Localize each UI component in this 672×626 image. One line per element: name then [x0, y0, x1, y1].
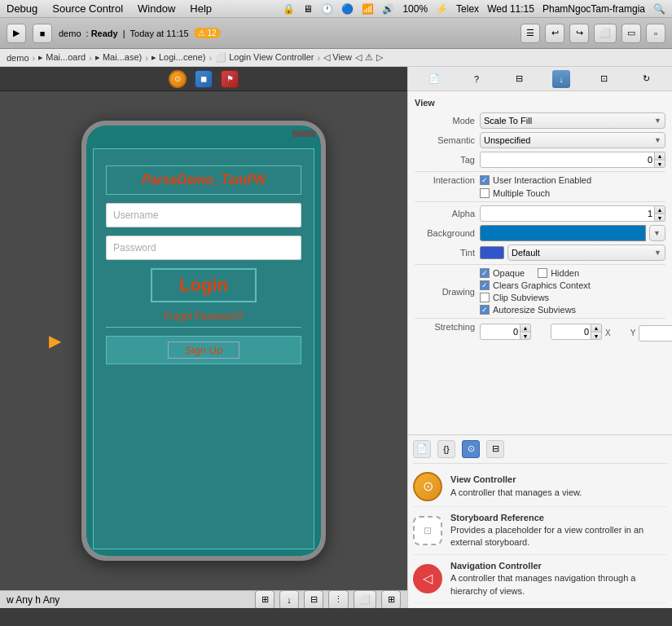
component-tab-circle[interactable]: ⊙: [462, 440, 480, 458]
menu-help[interactable]: Help: [190, 2, 212, 15]
stretch-y-up[interactable]: ▲: [591, 324, 601, 332]
lock-icon: 🔒: [283, 3, 295, 15]
inspector-tab-size[interactable]: ⊡: [595, 70, 613, 88]
layout-btn-3[interactable]: ↪: [569, 24, 589, 43]
background-color-swatch[interactable]: [480, 225, 646, 241]
breadcrumb-item2[interactable]: ▸ Mai...ase): [95, 52, 142, 63]
stretch-y-stepper[interactable]: ▲ ▼: [591, 324, 602, 340]
vc-icon-toolbar: ⊙: [169, 70, 187, 88]
sb-component-desc: Provides a placeholder for a view contro…: [450, 524, 667, 549]
user-interaction-checkbox[interactable]: ✓: [480, 175, 490, 185]
tint-color-swatch[interactable]: [480, 246, 504, 259]
username-field[interactable]: Username: [106, 203, 301, 227]
status-separator: |: [123, 29, 125, 38]
layout-btn-1[interactable]: ☰: [520, 24, 540, 43]
pin-btn[interactable]: ⋮: [328, 590, 349, 609]
background-dropdown-arrow: ▼: [653, 229, 661, 237]
inspector-tab-id[interactable]: ⊟: [510, 70, 528, 88]
phone-container: ▶ ParseDemo_TamPN Username Passwo: [0, 91, 407, 590]
background-dropdown-btn[interactable]: ▼: [649, 225, 665, 241]
vc-component-desc: A controller that manages a view.: [450, 487, 582, 499]
inspector-tab-attributes[interactable]: ↓: [552, 70, 570, 88]
tag-stepper-down[interactable]: ▼: [655, 160, 665, 167]
mode-dropdown[interactable]: Scale To Fill ▼: [480, 112, 665, 129]
breadcrumb-login-vc[interactable]: ⬜ Login View Controller: [215, 52, 314, 63]
component-tab-grid[interactable]: ⊟: [486, 440, 504, 458]
menu-source-control[interactable]: Source Control: [52, 2, 123, 15]
menu-debug[interactable]: Debug: [7, 2, 37, 15]
w-field-group: 1 ▲ ▼: [639, 325, 672, 342]
component-item-nav: ◁ Navigation Controller A controller tha…: [413, 555, 667, 603]
zoom-btn[interactable]: ⊞: [381, 590, 401, 609]
component-tab-code[interactable]: {}: [437, 440, 455, 458]
alpha-field[interactable]: 1: [480, 205, 655, 222]
clip-subviews-label: Clip Subviews: [493, 293, 549, 302]
breadcrumb-item1[interactable]: ▸ Mai...oard: [38, 52, 86, 63]
password-field[interactable]: Password: [106, 236, 301, 260]
stretch-x-stepper[interactable]: ▲ ▼: [520, 324, 531, 340]
search-icon[interactable]: 🔍: [653, 3, 665, 15]
breadcrumb-view[interactable]: ◁ View: [323, 52, 352, 63]
divider-1: [415, 171, 665, 172]
stop-button[interactable]: ■: [33, 24, 52, 43]
layout-assistant[interactable]: ▫: [646, 24, 665, 43]
inspector-tab-file[interactable]: 📄: [425, 70, 443, 88]
background-control: ▼: [480, 225, 665, 241]
alpha-stepper[interactable]: ▲ ▼: [655, 205, 665, 222]
semantic-dropdown[interactable]: Unspecified ▼: [480, 132, 665, 148]
update-btn[interactable]: ↓: [279, 590, 299, 609]
clip-subviews-checkbox[interactable]: [480, 293, 490, 302]
multi-touch-control: Multiple Touch: [480, 188, 665, 198]
y-axis-label: Y: [630, 328, 636, 337]
stretch-w-field[interactable]: 1: [639, 325, 672, 342]
login-button[interactable]: Login: [151, 268, 257, 302]
multi-touch-checkbox-row: Multiple Touch: [480, 188, 550, 198]
semantic-dropdown-arrow: ▼: [654, 136, 661, 144]
auto-btn[interactable]: ⬜: [354, 590, 376, 609]
run-button[interactable]: ▶: [7, 24, 26, 43]
breadcrumb-demo[interactable]: demo: [7, 53, 29, 63]
stretch-x-up[interactable]: ▲: [520, 324, 530, 332]
inspector-tab-help[interactable]: ?: [468, 70, 485, 88]
hidden-checkbox[interactable]: [538, 268, 547, 278]
warning-badge[interactable]: ⚠ 12: [194, 28, 221, 38]
breadcrumb-arrow-left[interactable]: ◁: [355, 52, 362, 63]
stretch-x-field[interactable]: 0: [480, 324, 520, 340]
stretch-y-down[interactable]: ▼: [591, 332, 601, 339]
layout-editor[interactable]: ⬜: [594, 24, 617, 43]
signup-button[interactable]: Sign Up: [168, 342, 239, 359]
breadcrumb: demo › ▸ Mai...oard › ▸ Mai...ase) › ▸ L…: [0, 49, 672, 67]
tint-dropdown[interactable]: Default ▼: [507, 245, 665, 261]
main-area: ⊙ ◼ ⚑ ▶ ParseDemo_TamPN Username: [0, 67, 672, 608]
drawing-label: Drawing: [415, 287, 480, 297]
tag-stepper[interactable]: ▲ ▼: [655, 152, 665, 168]
stretch-y-field[interactable]: 0: [551, 324, 591, 340]
nav-icon-symbol: ◁: [423, 571, 433, 586]
tag-row: Tag 0 ▲ ▼: [415, 152, 665, 168]
tag-stepper-up[interactable]: ▲: [655, 152, 665, 160]
tint-dropdown-arrow: ▼: [654, 249, 661, 257]
alpha-label: Alpha: [415, 209, 480, 218]
tag-field[interactable]: 0: [480, 152, 655, 168]
stretch-x-down[interactable]: ▼: [520, 332, 530, 339]
constraints-btn[interactable]: ⊞: [255, 590, 275, 609]
alpha-stepper-up[interactable]: ▲: [655, 206, 665, 214]
menu-window[interactable]: Window: [138, 2, 175, 15]
layout-btn-2[interactable]: ↩: [545, 24, 564, 43]
forgot-password-link[interactable]: Forgot Password?: [106, 311, 301, 328]
layout-split[interactable]: ▭: [621, 24, 641, 43]
alpha-stepper-down[interactable]: ▼: [655, 214, 665, 221]
clears-graphics-checkbox[interactable]: ✓: [480, 280, 490, 290]
breadcrumb-arrow-right[interactable]: ▷: [376, 52, 383, 63]
x-axis-label: X: [605, 328, 611, 337]
alpha-control: 1 ▲ ▼: [480, 205, 665, 222]
display-icon: 🖥: [303, 3, 313, 15]
opaque-checkbox[interactable]: ✓: [480, 268, 490, 278]
align-btn[interactable]: ⊟: [304, 590, 323, 609]
component-item-sb: ⊡ Storyboard Reference Provides a placeh…: [413, 507, 667, 555]
inspector-tab-connections[interactable]: ↻: [637, 70, 655, 88]
autoresize-checkbox[interactable]: ✓: [480, 305, 490, 315]
multi-touch-checkbox[interactable]: [480, 188, 490, 198]
component-tab-file[interactable]: 📄: [413, 440, 431, 458]
breadcrumb-item3[interactable]: ▸ Logi...cene): [152, 52, 206, 63]
